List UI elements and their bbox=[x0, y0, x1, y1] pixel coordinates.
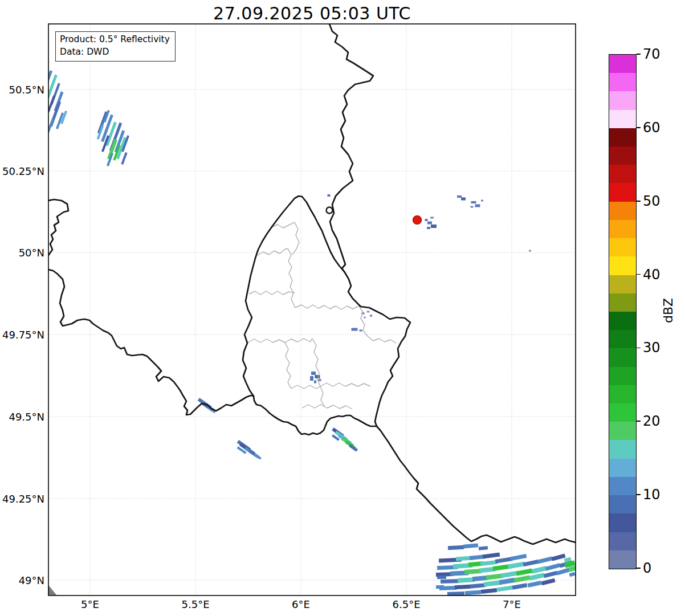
colorbar-segment bbox=[609, 165, 636, 183]
y-tick-label: 49.5°N bbox=[0, 411, 44, 423]
radar-echo bbox=[425, 219, 428, 221]
radar-echo bbox=[360, 330, 362, 332]
radar-echo bbox=[436, 585, 444, 589]
colorbar-segment bbox=[609, 495, 636, 513]
radar-echo bbox=[484, 580, 501, 587]
radar-echo bbox=[516, 568, 532, 576]
radar-echo bbox=[352, 328, 358, 331]
corner-border-fragment bbox=[48, 585, 56, 595]
radar-echo bbox=[556, 568, 569, 576]
product-info-line2: Data: DWD bbox=[60, 46, 170, 58]
radar-echo bbox=[430, 217, 434, 219]
colorbar-segment bbox=[609, 532, 636, 550]
radar-echo bbox=[441, 579, 460, 584]
radar-echo bbox=[315, 375, 320, 378]
radar-echo bbox=[465, 590, 481, 595]
colorbar-tick-label: 20 bbox=[643, 413, 660, 429]
colorbar-segment bbox=[609, 422, 636, 440]
country-borders bbox=[48, 24, 576, 544]
border-france-west bbox=[48, 270, 254, 415]
colorbar-tick-label: 10 bbox=[643, 487, 660, 503]
radar-echo bbox=[480, 560, 498, 566]
colorbar-tick-mark bbox=[637, 201, 641, 202]
radar-echo bbox=[464, 569, 482, 574]
radar-echo bbox=[541, 578, 556, 586]
radar-echo bbox=[471, 201, 476, 203]
colorbar-segment bbox=[609, 385, 636, 403]
radar-echo bbox=[427, 227, 430, 229]
y-tick-label: 49°N bbox=[0, 574, 44, 586]
canton-borders bbox=[248, 222, 396, 409]
colorbar-tick-mark bbox=[637, 274, 641, 275]
radar-echo bbox=[427, 222, 432, 225]
radar-echo bbox=[545, 563, 561, 570]
radar-echo-layer bbox=[43, 70, 577, 596]
radar-echo bbox=[121, 152, 127, 165]
colorbar-segment bbox=[609, 403, 636, 422]
radar-echo bbox=[461, 198, 466, 201]
x-tick-label: 5°E bbox=[81, 598, 99, 610]
radar-echo bbox=[511, 554, 527, 561]
radar-echo bbox=[458, 577, 475, 583]
radar-echo bbox=[470, 583, 486, 588]
colorbar-segment bbox=[609, 513, 636, 532]
radar-echo bbox=[486, 573, 504, 580]
radar-echo bbox=[512, 583, 528, 589]
colorbar-tick-label: 70 bbox=[643, 46, 660, 62]
radar-site-marker bbox=[413, 216, 422, 225]
border-belgium-germany bbox=[329, 24, 373, 272]
figure-title: 27.09.2025 05:03 UTC bbox=[48, 3, 576, 23]
colorbar-segment bbox=[609, 330, 636, 348]
radar-echo bbox=[481, 588, 498, 594]
colorbar-tick-label: 0 bbox=[643, 560, 651, 576]
colorbar bbox=[609, 54, 637, 569]
radar-echo bbox=[479, 546, 488, 550]
radar-echo bbox=[531, 566, 547, 574]
colorbar-segment bbox=[609, 256, 636, 275]
colorbar-segment bbox=[609, 110, 636, 128]
radar-echo bbox=[455, 585, 471, 589]
radar-echo bbox=[471, 206, 474, 208]
radar-echo bbox=[497, 586, 513, 592]
colorbar-segment bbox=[609, 440, 636, 458]
radar-echo bbox=[483, 552, 500, 558]
radar-echo bbox=[311, 372, 316, 375]
radar-echo bbox=[310, 376, 313, 381]
radar-echo bbox=[463, 543, 479, 548]
colorbar-segment bbox=[609, 202, 636, 220]
colorbar-segment bbox=[609, 91, 636, 109]
radar-echo bbox=[437, 576, 446, 580]
border-france-belgium bbox=[48, 199, 68, 255]
border-enclave-loop bbox=[327, 207, 333, 214]
product-info-line1: Product: 0.5° Reflectivity bbox=[60, 33, 170, 46]
radar-echo bbox=[457, 195, 462, 198]
colorbar-tick-mark bbox=[637, 494, 641, 495]
radar-echo bbox=[319, 379, 321, 381]
radar-echo bbox=[569, 572, 575, 577]
plot-frame bbox=[48, 24, 576, 595]
radar-echo bbox=[481, 200, 483, 202]
radar-echo bbox=[431, 225, 437, 228]
colorbar-segment bbox=[609, 477, 636, 495]
colorbar-segment bbox=[609, 73, 636, 91]
colorbar-segment bbox=[609, 459, 636, 477]
y-tick-label: 49.75°N bbox=[0, 329, 44, 341]
x-tick-label: 5.5°E bbox=[182, 598, 210, 610]
colorbar-segment bbox=[609, 183, 636, 201]
x-tick-label: 6.5°E bbox=[393, 598, 421, 610]
colorbar-segment bbox=[609, 550, 636, 569]
colorbar-tick-label: 60 bbox=[643, 120, 660, 136]
radar-echo bbox=[513, 575, 530, 582]
radar-echo bbox=[367, 311, 369, 313]
colorbar-tick-mark bbox=[637, 421, 641, 422]
border-luxembourg bbox=[243, 196, 410, 435]
radar-echo bbox=[495, 557, 513, 564]
x-tick-label: 6°E bbox=[292, 598, 310, 610]
colorbar-tick-label: 40 bbox=[643, 267, 660, 283]
colorbar-segment bbox=[609, 238, 636, 256]
radar-echo bbox=[328, 194, 331, 197]
radar-echo bbox=[499, 578, 516, 585]
radar-echo bbox=[501, 571, 519, 578]
radar-echo bbox=[537, 556, 553, 564]
colorbar-segment bbox=[609, 312, 636, 330]
